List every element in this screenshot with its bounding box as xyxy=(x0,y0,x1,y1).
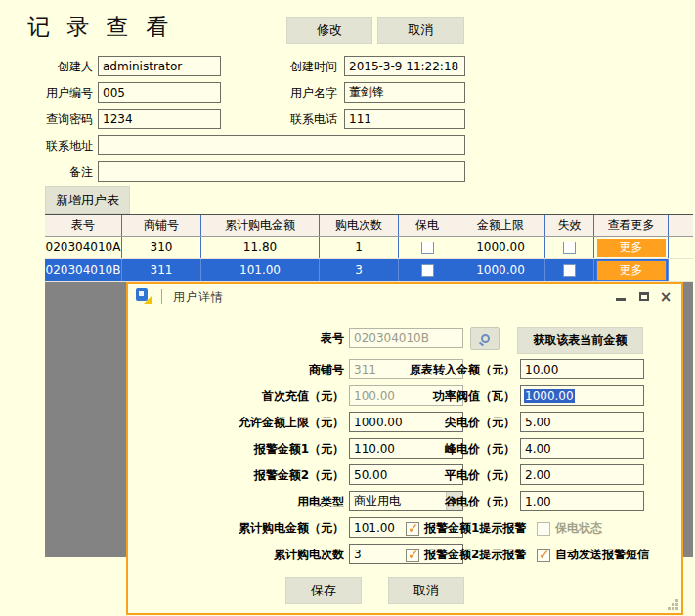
checkbox-box xyxy=(537,549,550,562)
checkbox-box xyxy=(406,522,419,536)
cell-purchase-count: 1 xyxy=(320,237,399,258)
cell-amount-limit: 1000.00 xyxy=(456,237,545,258)
creator-label: 创建人 xyxy=(20,57,93,76)
col-invalid[interactable]: 失效 xyxy=(545,215,594,236)
cell-meter-no: 020304010A xyxy=(45,237,122,258)
app-window: 记 录 查 看 修改 取消 创建人 创建时间 用户编号 用户名字 查询密码 联系… xyxy=(0,0,695,616)
invalid-checkbox[interactable] xyxy=(563,242,576,254)
invalid-checkbox[interactable] xyxy=(563,264,576,277)
dialog-cancel-button[interactable]: 取消 xyxy=(388,577,464,604)
cell-view-more: 更多 xyxy=(594,237,669,258)
more-button[interactable]: 更多 xyxy=(597,239,666,257)
col-meter-no[interactable]: 表号 xyxy=(45,215,122,236)
dialog-titlebar[interactable]: 用户详情 × xyxy=(128,284,681,309)
meter-no-label: 表号 xyxy=(226,329,344,349)
power-type-label: 用电类型 xyxy=(167,492,344,512)
user-detail-dialog: 用户详情 × 表号 获取该表当前金额 商铺号 原表转入金额（元） 首次充值（元）… xyxy=(126,282,683,615)
cell-invalid xyxy=(545,237,594,258)
modify-button[interactable]: 修改 xyxy=(286,17,372,44)
cell-power-protect xyxy=(399,237,456,258)
add-meter-button[interactable]: 新增用户表 xyxy=(45,186,130,214)
search-icon xyxy=(481,334,490,343)
checkbox-label: 自动发送报警短信 xyxy=(555,547,649,563)
checkbox-box xyxy=(406,549,419,562)
cell-meter-no: 020304010B xyxy=(45,259,122,281)
contact-address-input[interactable] xyxy=(98,135,465,155)
col-shop-no[interactable]: 商铺号 xyxy=(122,215,201,236)
query-password-label: 查询密码 xyxy=(20,110,93,129)
power-protect-checkbox[interactable] xyxy=(421,264,434,277)
cell-total-amount: 101.00 xyxy=(201,259,320,281)
col-view-more[interactable]: 查看更多 xyxy=(594,215,669,236)
peak-price-label: 峰电价（元） xyxy=(372,439,515,460)
user-id-label: 用户编号 xyxy=(20,83,93,103)
checkbox-label: 报警金额1提示报警 xyxy=(424,520,526,537)
flat-price-label: 平电价（元） xyxy=(372,465,515,486)
contact-address-label: 联系地址 xyxy=(20,136,93,155)
meter-no-input[interactable] xyxy=(349,328,463,348)
power-threshold-input[interactable]: 1000.00 xyxy=(520,385,644,406)
user-id-input[interactable] xyxy=(98,82,221,103)
cell-total-amount: 11.80 xyxy=(201,237,320,258)
contact-phone-input[interactable] xyxy=(344,109,465,129)
valley-price-input[interactable] xyxy=(520,491,644,511)
remark-input[interactable] xyxy=(98,161,465,182)
flat-price-input[interactable] xyxy=(520,464,644,485)
transfer-amount-label: 原表转入金额（元） xyxy=(372,360,515,380)
selected-text: 1000.00 xyxy=(524,389,575,403)
user-name-input[interactable] xyxy=(344,82,465,103)
power-threshold-label: 功率阀值（瓦） xyxy=(372,386,515,407)
peak-price-input[interactable] xyxy=(520,438,644,459)
user-name-label: 用户名字 xyxy=(264,83,337,103)
col-purchase-count[interactable]: 购电次数 xyxy=(320,215,399,236)
header-filler xyxy=(669,215,693,236)
checkbox-label: 报警金额2提示报警 xyxy=(424,547,526,563)
allowed-limit-label: 允许金额上限（元） xyxy=(167,413,344,433)
form-icon xyxy=(136,288,152,304)
transfer-amount-input[interactable] xyxy=(520,359,644,379)
dialog-title: 用户详情 xyxy=(173,289,224,306)
cell-shop-no: 311 xyxy=(122,259,201,281)
valley-price-label: 谷电价（元） xyxy=(372,492,515,512)
creator-input[interactable] xyxy=(98,56,221,76)
created-time-input[interactable] xyxy=(344,56,465,76)
table-row-selected[interactable]: 020304010B 311 101.00 3 1000.00 更多 xyxy=(45,259,693,282)
titlebar-separator xyxy=(161,289,162,304)
checkbox-box xyxy=(537,522,550,536)
more-button[interactable]: 更多 xyxy=(597,261,666,280)
cell-shop-no: 310 xyxy=(122,237,201,258)
search-meter-button[interactable] xyxy=(470,327,500,350)
cancel-button[interactable]: 取消 xyxy=(377,17,464,44)
alarm-amount1-label: 报警金额1（元） xyxy=(167,439,344,460)
table-row[interactable]: 020304010A 310 11.80 1 1000.00 更多 xyxy=(45,237,693,259)
contact-phone-label: 联系电话 xyxy=(264,110,337,129)
created-time-label: 创建时间 xyxy=(264,57,337,76)
alarm1-notify-checkbox[interactable]: 报警金额1提示报警 xyxy=(406,520,526,537)
protect-status-checkbox[interactable]: 保电状态 xyxy=(537,520,602,537)
close-icon[interactable]: × xyxy=(656,289,675,304)
save-button[interactable]: 保存 xyxy=(285,577,362,604)
shop-no-label: 商铺号 xyxy=(167,360,344,380)
resize-grip[interactable] xyxy=(668,599,678,610)
table-header-row: 表号 商铺号 累计购电金额 购电次数 保电 金额上限 失效 查看更多 xyxy=(45,215,693,237)
get-current-amount-button[interactable]: 获取该表当前金额 xyxy=(517,327,643,354)
alarm2-notify-checkbox[interactable]: 报警金额2提示报警 xyxy=(406,547,526,563)
cell-invalid xyxy=(545,259,594,281)
sharp-price-input[interactable] xyxy=(520,412,644,432)
purchase-count-label: 累计购电次数 xyxy=(167,545,344,565)
col-amount-limit[interactable]: 金额上限 xyxy=(456,215,545,236)
power-protect-checkbox[interactable] xyxy=(421,242,434,254)
col-power-protect[interactable]: 保电 xyxy=(399,215,456,236)
query-password-input[interactable] xyxy=(98,109,221,129)
checkbox-label: 保电状态 xyxy=(555,520,602,537)
remark-label: 备注 xyxy=(20,162,93,182)
auto-sms-checkbox[interactable]: 自动发送报警短信 xyxy=(537,547,649,563)
cell-power-protect xyxy=(399,259,456,281)
cell-view-more: 更多 xyxy=(594,259,669,281)
first-recharge-label: 首次充值（元） xyxy=(167,386,344,407)
cell-amount-limit: 1000.00 xyxy=(456,259,545,281)
total-purchase-label: 累计购电金额（元） xyxy=(167,518,344,539)
col-total-amount[interactable]: 累计购电金额 xyxy=(201,215,320,236)
minimize-button[interactable] xyxy=(611,289,630,304)
maximize-button[interactable] xyxy=(634,289,654,304)
